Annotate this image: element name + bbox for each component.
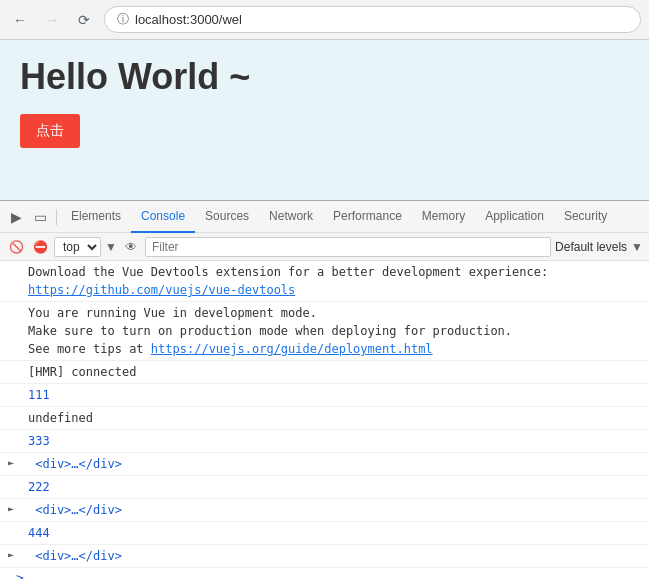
devtools-tabs: ▶ ▭ Elements Console Sources Network Per… [0,201,649,233]
page-title: Hello World ~ [20,56,629,98]
click-button[interactable]: 点击 [20,114,80,148]
inspect-element-icon[interactable]: ▶ [4,205,28,229]
console-line-333: 333 [0,430,649,453]
eye-icon[interactable]: 👁 [121,237,141,257]
page-content: Hello World ~ 点击 [0,40,649,200]
tab-elements[interactable]: Elements [61,201,131,233]
tab-console[interactable]: Console [131,201,195,233]
devtools-toolbar: 🚫 ⛔ top ▼ 👁 Default levels ▼ [0,233,649,261]
console-line-hmr: [HMR] connected [0,361,649,384]
forward-button[interactable]: → [40,8,64,32]
chevron-down-icon[interactable]: ▼ [105,240,117,254]
tab-performance[interactable]: Performance [323,201,412,233]
tab-separator [56,209,57,225]
console-line-undefined: undefined [0,407,649,430]
tab-network[interactable]: Network [259,201,323,233]
expand-icon: ► [8,547,14,562]
vue-devtools-link[interactable]: https://github.com/vuejs/vue-devtools [28,283,295,297]
browser-chrome: ← → ⟳ ⓘ localhost:3000/wel [0,0,649,40]
levels-chevron-icon[interactable]: ▼ [631,240,643,254]
no-icon[interactable]: ⛔ [30,237,50,257]
console-line-div2[interactable]: ► <div>…</div> [0,499,649,522]
console-line-222: 222 [0,476,649,499]
levels-label: Default levels [555,240,627,254]
console-line-div3[interactable]: ► <div>…</div> [0,545,649,568]
deployment-link[interactable]: https://vuejs.org/guide/deployment.html [151,342,433,356]
back-button[interactable]: ← [8,8,32,32]
filter-input[interactable] [145,237,551,257]
tab-security[interactable]: Security [554,201,617,233]
lock-icon: ⓘ [117,11,129,28]
reload-button[interactable]: ⟳ [72,8,96,32]
browser-titlebar: ← → ⟳ ⓘ localhost:3000/wel [0,0,649,39]
url-text: localhost:3000/wel [135,12,242,27]
prompt-arrow-icon: > [16,570,24,579]
console-prompt[interactable]: > [0,568,649,579]
tab-sources[interactable]: Sources [195,201,259,233]
console-line-div1[interactable]: ► <div>…</div> [0,453,649,476]
tab-application[interactable]: Application [475,201,554,233]
context-select[interactable]: top [54,237,101,257]
expand-icon: ► [8,501,14,516]
device-toggle-icon[interactable]: ▭ [28,205,52,229]
console-line-111: 111 [0,384,649,407]
address-bar[interactable]: ⓘ localhost:3000/wel [104,6,641,33]
expand-icon: ► [8,455,14,470]
console-line: Download the Vue Devtools extension for … [0,261,649,302]
devtools-panel: ▶ ▭ Elements Console Sources Network Per… [0,200,649,579]
tab-memory[interactable]: Memory [412,201,475,233]
console-output: Download the Vue Devtools extension for … [0,261,649,579]
console-line: You are running Vue in development mode.… [0,302,649,361]
console-line-444: 444 [0,522,649,545]
clear-console-icon[interactable]: 🚫 [6,237,26,257]
